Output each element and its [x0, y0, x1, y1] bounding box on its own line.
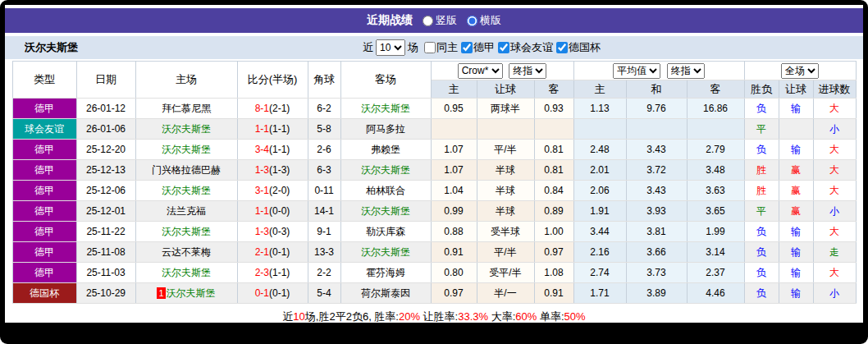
crow-home-odds-cell: 0.97: [431, 283, 477, 304]
crow-home-odds-cell: 0.99: [431, 201, 477, 222]
date-cell: 26-01-06: [76, 119, 135, 140]
avg-home-odds-cell: 1.13: [573, 99, 626, 119]
bookmaker-select[interactable]: Crow*: [458, 63, 503, 79]
avg-home-odds-cell: [573, 119, 626, 140]
date-cell: 25-12-06: [76, 181, 135, 201]
crow-index-type-select[interactable]: 终指: [509, 63, 546, 79]
radio-horizontal[interactable]: [467, 16, 477, 26]
league-filter-checkbox[interactable]: [498, 42, 509, 53]
full-time-score: 1-3: [255, 164, 269, 176]
home-team-name: 拜仁慕尼黑: [162, 103, 211, 114]
layout-option-vertical[interactable]: 竖版: [423, 13, 457, 28]
results-tbody: 德甲 26-01-12 拜仁慕尼黑 8-1(2-1) 6-2 沃尔夫斯堡 0.9…: [12, 99, 856, 304]
score-cell: 0-1(0-1): [237, 283, 308, 304]
radio-vertical[interactable]: [423, 16, 433, 26]
home-team-name: 法兰克福: [167, 205, 206, 217]
date-cell: 25-12-01: [76, 201, 135, 222]
avg-odds-group-header: 平均值 终指: [573, 62, 744, 80]
home-team-cell: 沃尔夫斯堡: [135, 119, 237, 140]
corner-cell: 9-1: [308, 222, 340, 242]
away-team-name: 霍芬海姆: [366, 267, 405, 278]
avg-home-odds-cell: 2.74: [573, 263, 626, 283]
league-type-cell: 德甲: [12, 160, 76, 181]
league-filters: 同主 德甲 球会友谊 德国杯: [421, 40, 601, 55]
score-cell: 1-1(0-0): [237, 201, 308, 222]
league-type-cell: 德甲: [12, 263, 76, 283]
table-row: 德甲 26-01-12 拜仁慕尼黑 8-1(2-1) 6-2 沃尔夫斯堡 0.9…: [12, 99, 856, 119]
avg-index-type-select[interactable]: 终指: [667, 63, 705, 79]
league-filter-checkbox[interactable]: [424, 42, 436, 53]
away-team-name: 沃尔夫斯堡: [361, 246, 410, 258]
wdl-result-cell: 平: [744, 201, 779, 222]
handicap-result-cell: 赢: [779, 181, 813, 201]
avg-home-odds-cell: 2.06: [573, 181, 626, 201]
col-header-score: 比分(半场): [237, 62, 308, 99]
home-team-cell: 沃尔夫斯堡: [135, 222, 237, 242]
sub-header-avg-home: 主: [573, 80, 626, 99]
filter-controls: 近 10 场 同主 德甲 球会友谊 德国杯: [363, 36, 601, 59]
crow-away-odds-cell: 0.97: [534, 242, 573, 263]
half-time-score: (0-1): [269, 287, 290, 299]
col-header-date: 日期: [76, 62, 135, 99]
wdl-result-cell: 平: [744, 119, 779, 140]
col-header-away: 客场: [340, 62, 431, 99]
summary-segment: 10: [293, 310, 304, 323]
corner-cell: 2-2: [308, 263, 340, 283]
avg-away-odds-cell: 4.46: [687, 283, 744, 304]
score-cell: 2-3(1-1): [237, 263, 308, 283]
league-filter-option[interactable]: 德国杯: [553, 40, 601, 55]
league-filter-checkbox[interactable]: [556, 42, 568, 53]
avg-select[interactable]: 平均值: [613, 63, 660, 79]
half-time-score: (1-3): [269, 164, 290, 176]
league-type-cell: 球会友谊: [12, 119, 76, 140]
corner-cell: 0-11: [308, 181, 340, 201]
sub-header-crow-away: 客: [534, 80, 573, 99]
league-type-cell: 德甲: [12, 222, 76, 242]
window-frame: 近期战绩 竖版 横版 沃尔夫斯堡 近 10 场 同主 德甲 球会友谊 德国杯: [0, 0, 868, 344]
crow-handicap-cell: 两球半: [477, 99, 534, 119]
league-filter-label: 德国杯: [569, 40, 601, 55]
crow-home-odds-cell: 0.80: [431, 263, 477, 283]
summary-segment: 50%: [564, 310, 586, 323]
corner-cell: 14-1: [308, 201, 340, 222]
home-team-name: 沃尔夫斯堡: [162, 144, 211, 155]
date-cell: 25-12-20: [76, 140, 135, 160]
score-cell: 1-3(1-3): [237, 160, 308, 181]
league-filter-checkbox[interactable]: [461, 42, 473, 53]
score-cell: 8-1(2-1): [237, 99, 308, 119]
summary-segment: 近: [282, 310, 293, 323]
crow-away-odds-cell: 0.81: [534, 160, 573, 181]
goals-result-cell: 大: [813, 263, 856, 283]
league-filter-option[interactable]: 德甲: [458, 40, 495, 55]
full-time-score: 1-1: [255, 205, 269, 217]
layout-option-horizontal[interactable]: 横版: [467, 13, 501, 28]
wdl-result-cell: 胜: [744, 160, 779, 181]
home-team-name: 沃尔夫斯堡: [162, 185, 211, 196]
full-time-score: 0-1: [255, 287, 269, 299]
scope-select[interactable]: 全场: [781, 63, 819, 79]
home-team-cell: 沃尔夫斯堡: [135, 140, 237, 160]
avg-draw-odds-cell: [626, 119, 687, 140]
sub-header-crow-home: 主: [431, 80, 477, 99]
away-team-cell: 勒沃库森: [340, 222, 431, 242]
header-select-row: 类型 日期 主场 比分(半场) 角球 客场 Crow* 终指 平均值 终指: [12, 62, 856, 80]
away-team-name: 阿马多拉: [366, 123, 405, 135]
result-group-header: 全场: [744, 62, 856, 80]
summary-segment: 场,胜2平2负6, 胜率:: [305, 310, 399, 323]
full-time-score: 3-4: [255, 144, 269, 155]
match-count-select[interactable]: 10: [376, 39, 405, 56]
avg-away-odds-cell: 3.48: [687, 160, 744, 181]
goals-result-cell: 小: [813, 201, 856, 222]
date-cell: 25-11-08: [76, 242, 135, 263]
away-team-name: 沃尔夫斯堡: [361, 103, 410, 114]
crow-away-odds-cell: 1.08: [534, 263, 573, 283]
avg-draw-odds-cell: 3.72: [626, 160, 687, 181]
home-team-name: 门兴格拉德巴赫: [152, 164, 221, 176]
league-filter-option[interactable]: 同主: [421, 40, 458, 55]
handicap-result-cell: 输: [779, 263, 813, 283]
results-table: 类型 日期 主场 比分(半场) 角球 客场 Crow* 终指 平均值 终指: [12, 61, 857, 304]
home-team-cell: 沃尔夫斯堡: [135, 181, 237, 201]
league-filter-option[interactable]: 球会友谊: [495, 40, 553, 55]
goals-result-cell: 大: [813, 181, 856, 201]
league-type-cell: 德甲: [12, 99, 76, 119]
